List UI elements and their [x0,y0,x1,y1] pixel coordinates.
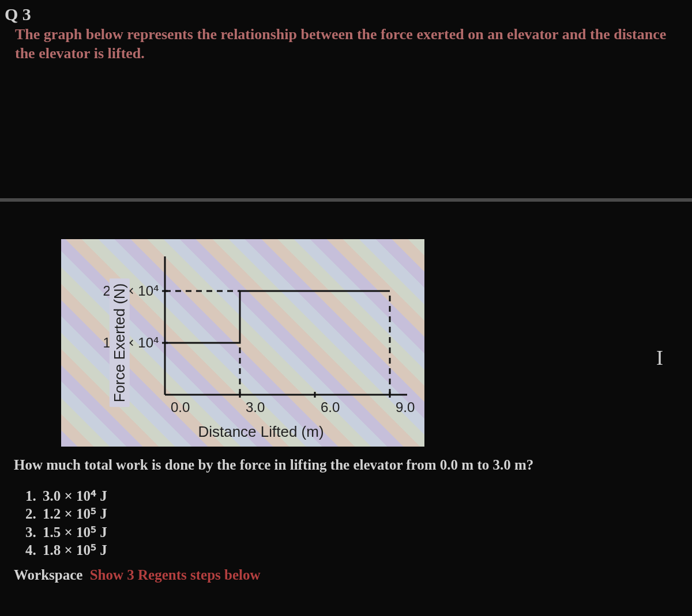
x-tick-3: 9.0 [396,399,415,415]
option-4[interactable]: 4.1.8 × 10⁵ J [25,541,692,559]
workspace-label: Workspace [14,567,82,583]
option-3[interactable]: 3.1.5 × 10⁵ J [25,523,692,541]
option-2[interactable]: 2.1.2 × 10⁵ J [25,505,692,523]
option-1[interactable]: 1.3.0 × 10⁴ J [25,487,692,505]
text-cursor-icon: I [656,346,663,370]
question-intro: The graph below represents the relations… [5,25,692,63]
show-steps-link[interactable]: Show 3 Regents steps below [90,567,261,583]
y-axis-label: Force Exerted (N) [110,279,130,407]
section-divider [0,198,692,202]
x-tick-2: 6.0 [321,399,340,415]
x-tick-0: 0.0 [171,399,190,415]
question-number: Q 3 [5,5,692,24]
x-axis-label: Distance Lifted (m) [198,423,324,441]
x-tick-1: 3.0 [246,399,265,415]
question-prompt: How much total work is done by the force… [14,457,692,473]
force-distance-graph: Force Exerted (N) Distance Lifted (m) 0.… [61,239,424,447]
answer-options: 1.3.0 × 10⁴ J 2.1.2 × 10⁵ J 3.1.5 × 10⁵ … [25,487,692,559]
